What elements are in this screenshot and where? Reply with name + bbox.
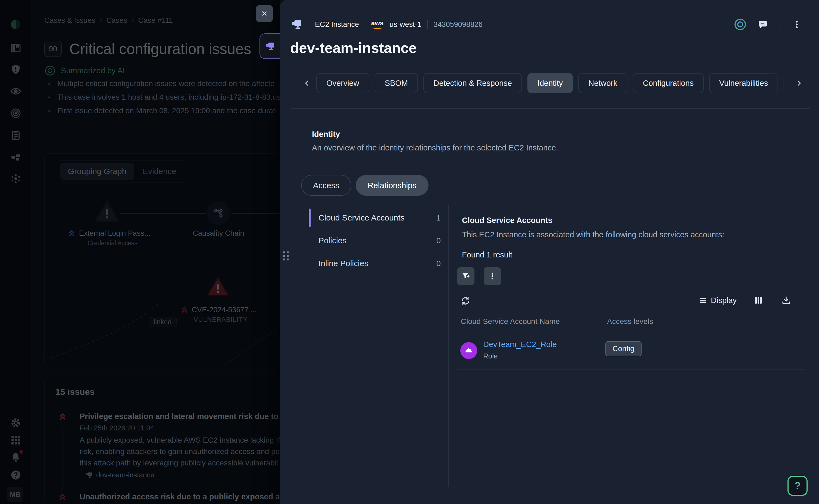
tab-agents[interactable]: Ag: [783, 73, 789, 93]
tab-sbom[interactable]: SBOM: [375, 73, 418, 93]
refresh-icon[interactable]: [459, 295, 472, 307]
close-panel-button[interactable]: ×: [256, 5, 273, 22]
tab-detection-response[interactable]: Detection & Response: [424, 73, 522, 93]
tab-overview[interactable]: Overview: [316, 73, 369, 93]
display-button[interactable]: Display: [699, 296, 737, 305]
nav-cloud-service-accounts[interactable]: Cloud Service Accounts1: [309, 206, 444, 229]
toolbar-divider: [479, 269, 479, 283]
role-avatar: [460, 342, 477, 359]
asset-panel-tab[interactable]: [259, 33, 280, 59]
access-pill[interactable]: Access: [301, 175, 351, 196]
row-divider: [457, 369, 805, 370]
scan-status-icon[interactable]: [735, 19, 746, 30]
app-root: MB Cases & Issues › Cases › Case #111 90…: [0, 0, 819, 504]
result-count: Found 1 result: [462, 250, 512, 259]
account-id: 343059098826: [434, 20, 483, 29]
tabs-scroll-right-icon[interactable]: [793, 75, 805, 91]
asset-header: EC2 Instance aws us-west-1 343059098826: [290, 17, 483, 31]
tab-vulnerabilities[interactable]: Vulnerabilities: [709, 73, 778, 93]
modal-dim-overlay[interactable]: [0, 0, 280, 504]
filter-more-button[interactable]: [484, 267, 501, 285]
account-type: Role: [483, 352, 498, 360]
nav-policies[interactable]: Policies0: [309, 229, 444, 252]
column-divider: [598, 316, 598, 327]
columns-icon[interactable]: [752, 294, 764, 306]
access-level-badge[interactable]: Config: [606, 341, 642, 356]
table-row[interactable]: DevTeam_EC2_Role Role Config: [457, 335, 805, 372]
aws-logo: aws: [371, 20, 383, 29]
tabs-scroll-left-icon[interactable]: [301, 75, 313, 91]
add-filter-button[interactable]: [457, 267, 475, 285]
more-menu-icon[interactable]: [791, 18, 803, 30]
filter-toolbar: [457, 267, 501, 285]
panel-drag-handle[interactable]: [283, 251, 289, 263]
tab-network[interactable]: Network: [578, 73, 627, 93]
identity-section-description: An overview of the identity relationship…: [312, 143, 558, 152]
help-button[interactable]: ?: [787, 476, 808, 496]
monitor-icon: [265, 41, 275, 52]
relationships-nav: Cloud Service Accounts1 Policies0 Inline…: [309, 206, 444, 275]
region-label: us-west-1: [389, 20, 421, 29]
column-header-access-levels[interactable]: Access levels: [607, 317, 653, 326]
account-name-link[interactable]: DevTeam_EC2_Role: [483, 340, 557, 349]
nav-content-divider: [449, 205, 449, 487]
asset-detail-panel: EC2 Instance aws us-west-1 343059098826 …: [280, 0, 819, 504]
nav-inline-policies[interactable]: Inline Policies0: [309, 252, 444, 275]
asset-type-label: EC2 Instance: [315, 20, 359, 29]
asset-tabs: Overview SBOM Detection & Response Ident…: [316, 71, 789, 95]
content-title: Cloud Service Accounts: [462, 216, 553, 225]
tab-identity[interactable]: Identity: [528, 73, 573, 93]
hard-hat-icon: [464, 346, 473, 355]
monitor-icon: [290, 18, 303, 31]
comment-icon[interactable]: [757, 18, 769, 30]
content-description: This EC2 Instance is associated with the…: [462, 230, 724, 239]
display-lines-icon: [699, 296, 707, 304]
asset-title: dev-team-instance: [290, 40, 417, 56]
identity-section-title: Identity: [312, 130, 340, 139]
table-view-controls: Display: [699, 294, 792, 306]
kebab-icon: [488, 272, 497, 281]
relationships-pill[interactable]: Relationships: [356, 175, 429, 196]
filter-plus-icon: [462, 272, 470, 281]
panel-actions: [735, 17, 803, 31]
tabs-divider: [291, 108, 810, 109]
identity-view-toggle: Access Relationships: [301, 175, 429, 196]
tab-configurations[interactable]: Configurations: [633, 73, 704, 93]
column-header-account-name[interactable]: Cloud Service Account Name: [461, 317, 560, 326]
download-icon[interactable]: [780, 294, 792, 306]
aws-smile-icon: [372, 26, 382, 29]
